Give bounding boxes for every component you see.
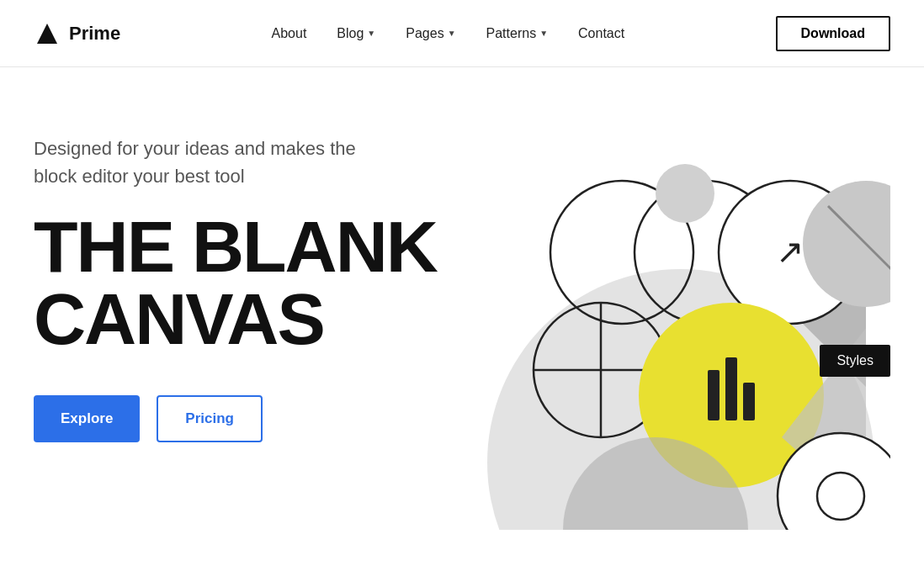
pricing-button[interactable]: Pricing (157, 395, 263, 442)
nav-contact[interactable]: Contact (578, 26, 624, 41)
blog-chevron-icon: ▼ (367, 29, 375, 38)
main-content: Designed for your ideas and makes the bl… (0, 67, 924, 571)
nav-about[interactable]: About (272, 26, 307, 41)
svg-rect-12 (708, 370, 720, 420)
pages-chevron-icon: ▼ (448, 29, 456, 38)
nav-patterns[interactable]: Patterns ▼ (486, 26, 549, 41)
nav-blog[interactable]: Blog ▼ (337, 26, 375, 41)
logo-icon (34, 20, 61, 47)
hero-title: THE BLANK CANVAS (34, 210, 471, 355)
svg-point-17 (656, 164, 714, 223)
logo[interactable]: Prime (34, 20, 120, 47)
hero-left: Designed for your ideas and makes the bl… (34, 118, 471, 442)
header: Prime About Blog ▼ Pages ▼ Patterns ▼ Co… (0, 0, 924, 67)
illustration-svg: ↗ (471, 109, 890, 530)
svg-text:↗: ↗ (776, 233, 805, 270)
nav-pages[interactable]: Pages ▼ (406, 26, 455, 41)
styles-badge: Styles (820, 345, 890, 377)
svg-marker-0 (37, 24, 57, 44)
svg-rect-14 (743, 383, 755, 420)
hero-illustration: Styles ↗ (471, 109, 890, 530)
patterns-chevron-icon: ▼ (539, 29, 548, 38)
main-nav: About Blog ▼ Pages ▼ Patterns ▼ Contact (272, 26, 625, 41)
explore-button[interactable]: Explore (34, 395, 140, 442)
download-button[interactable]: Download (776, 16, 890, 51)
logo-text: Prime (69, 23, 120, 45)
cta-buttons: Explore Pricing (34, 395, 471, 442)
svg-rect-13 (725, 357, 737, 420)
hero-tagline: Designed for your ideas and makes the bl… (34, 135, 387, 190)
